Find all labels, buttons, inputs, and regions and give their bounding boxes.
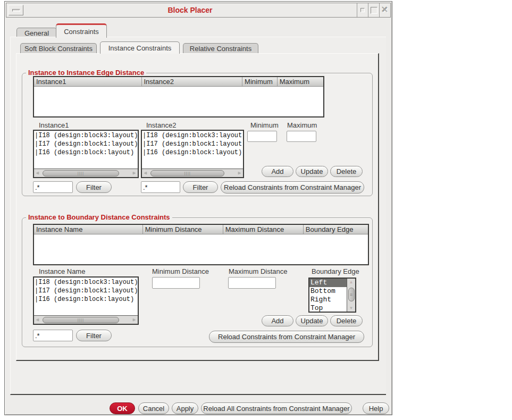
list-item[interactable]: |I17 (design:block1:layout) (35, 140, 138, 148)
list-item[interactable]: Top (309, 304, 347, 312)
list-item[interactable]: |I16 (design:block:layout) (35, 148, 138, 157)
window-menu-icon (12, 9, 20, 12)
minimum-field[interactable] (247, 131, 277, 142)
close-button[interactable]: ✕ (379, 3, 390, 17)
instance1-label: Instance1 (39, 121, 69, 129)
scroll-grip-icon: |||| (78, 171, 84, 175)
edge-reload-constraints-button[interactable]: Reload Constraints from Constraint Manag… (221, 181, 364, 194)
instance-name-list-items: |I18 (design:block3:layout)|I17 (design:… (34, 278, 138, 315)
instance-name-filter-button[interactable]: Filter (76, 330, 112, 341)
maximize-icon (371, 7, 377, 14)
instance2-filter-field[interactable] (141, 181, 180, 193)
edge-update-button[interactable]: Update (296, 166, 328, 177)
constraints-tab-panel: Soft Block Constraints Instance Constrai… (10, 37, 386, 395)
boundary-edge-label: Boundary Edge (312, 267, 359, 275)
boundary-constraints-table: Instance Name Minimum Distance Maximum D… (33, 224, 369, 265)
maximum-distance-field[interactable] (228, 277, 276, 289)
list-item[interactable]: |I18 (design:block3:layout) (35, 131, 138, 140)
ok-button[interactable]: OK (110, 402, 135, 414)
list-item[interactable]: |I17 (design:block1:layout) (35, 287, 138, 295)
instance2-hscroll-thumb[interactable]: |||| (150, 170, 224, 177)
scroll-grip-icon: |||| (78, 318, 84, 322)
cancel-button[interactable]: Cancel (138, 402, 169, 414)
subtab-instance-constraints[interactable]: Instance Constraints (100, 41, 180, 54)
scroll-down-icon[interactable]: ▼ (349, 305, 354, 312)
scroll-up-icon[interactable]: ▲ (349, 279, 354, 285)
list-item[interactable]: Bottom (309, 287, 347, 296)
edge-table-header-minimum[interactable]: Minimum (242, 77, 278, 86)
boundary-edge-vscroll-thumb[interactable]: ≡ (348, 288, 355, 301)
subtab-soft-block-constraints[interactable]: Soft Block Constraints (20, 43, 97, 54)
reload-all-constraints-button[interactable]: Reload All Constraints from Constraint M… (201, 402, 352, 414)
boundary-reload-constraints-button[interactable]: Reload Constraints from Constraint Manag… (209, 331, 364, 343)
apply-button[interactable]: Apply (172, 402, 198, 414)
instance1-hscrollbar[interactable]: ◄ |||| ► (34, 169, 138, 177)
list-item[interactable]: Right (309, 296, 347, 304)
list-item[interactable]: |I18 (design:block3:layout) (35, 278, 138, 287)
scroll-left-icon[interactable]: ◄ (142, 169, 149, 178)
boundary-edge-vscrollbar[interactable]: ▲ ≡ ▼ (347, 279, 355, 312)
edge-delete-button[interactable]: Delete (330, 166, 363, 177)
instance2-listbox[interactable]: |I18 (design:block3:layout)|I17 (design:… (141, 130, 244, 178)
window-controls: ✕ (357, 3, 390, 17)
boundary-table-header-min-distance[interactable]: Minimum Distance (143, 225, 223, 234)
scroll-grip-icon: ≡ (350, 292, 352, 297)
maximum-field[interactable] (287, 131, 316, 142)
instance2-hscrollbar[interactable]: ◄ |||| ► (142, 169, 243, 177)
edge-table-header-instance2[interactable]: Instance2 (142, 77, 243, 86)
edge-table-header-instance1[interactable]: Instance1 (34, 77, 142, 86)
scroll-left-icon[interactable]: ◄ (34, 169, 41, 178)
boundary-table-header-max-distance[interactable]: Maximum Distance (223, 225, 304, 234)
instance1-hscroll-thumb[interactable]: |||| (43, 170, 119, 177)
instance1-hscroll-track[interactable]: |||| (41, 170, 130, 177)
scroll-right-icon[interactable]: ► (236, 169, 243, 178)
boundary-delete-button[interactable]: Delete (330, 315, 363, 326)
list-item[interactable]: |I17 (design:block1:layout) (142, 140, 243, 148)
instance1-filter-button[interactable]: Filter (76, 181, 112, 193)
boundary-table-header-instance-name[interactable]: Instance Name (34, 225, 143, 234)
window-menu-button[interactable] (9, 5, 23, 15)
list-item[interactable]: Left (309, 279, 347, 287)
tab-constraints[interactable]: Constraints (56, 23, 107, 38)
boundary-table-header-boundary-edge[interactable]: Boundary Edge (304, 225, 368, 234)
minimum-distance-field[interactable] (152, 277, 200, 289)
instance2-hscroll-track[interactable]: |||| (149, 170, 236, 177)
instance2-filter-button[interactable]: Filter (183, 181, 218, 193)
edge-table-header-maximum[interactable]: Maximum (278, 77, 323, 86)
edge-constraints-table: Instance1 Instance2 Minimum Maximum (33, 76, 324, 117)
scroll-left-icon[interactable]: ◄ (34, 316, 41, 324)
subtab-relative-constraints[interactable]: Relative Constraints (183, 43, 258, 54)
list-item[interactable]: |I18 (design:block3:layout) (142, 131, 243, 140)
list-item[interactable]: |I16 (design:block:layout) (142, 148, 243, 157)
instance-constraints-panel: Instance to Instance Edge Distance Insta… (16, 53, 379, 361)
title-bar[interactable]: Block Placer ✕ (6, 3, 391, 18)
instance-name-listbox[interactable]: |I18 (design:block3:layout)|I17 (design:… (33, 276, 139, 325)
scroll-right-icon[interactable]: ► (131, 316, 138, 324)
instance-name-hscrollbar[interactable]: ◄ |||| ► (34, 315, 138, 324)
screen: Block Placer ✕ General Constraints Soft … (0, 0, 512, 420)
boundary-edge-listbox[interactable]: LeftBottomRightTop ▲ ≡ ▼ (308, 278, 356, 313)
boundary-edge-vscroll-track[interactable]: ≡ (348, 285, 355, 305)
window-title: Block Placer (23, 6, 357, 14)
boundary-add-button[interactable]: Add (262, 315, 293, 326)
minimize-button[interactable] (357, 3, 368, 17)
edge-table-header-row: Instance1 Instance2 Minimum Maximum (34, 77, 323, 87)
instance2-label: Instance2 (146, 121, 176, 129)
edge-add-button[interactable]: Add (262, 166, 293, 177)
instance1-filter-field[interactable] (33, 181, 73, 193)
instance1-listbox[interactable]: |I18 (design:block3:layout)|I17 (design:… (33, 130, 139, 178)
maximize-button[interactable] (368, 3, 379, 17)
list-item[interactable]: |I16 (design:block:layout) (35, 295, 138, 304)
minimum-label: Minimum (250, 121, 279, 129)
instance1-list-items: |I18 (design:block3:layout)|I17 (design:… (34, 131, 138, 169)
instance-name-hscroll-track[interactable]: |||| (41, 317, 130, 323)
minimize-icon (360, 8, 365, 12)
maximum-distance-label: Maximum Distance (229, 267, 288, 275)
instance-name-filter-field[interactable] (33, 330, 73, 341)
boundary-update-button[interactable]: Update (296, 315, 328, 326)
help-button[interactable]: Help (363, 402, 389, 414)
close-icon: ✕ (381, 6, 388, 14)
instance-name-hscroll-thumb[interactable]: |||| (43, 317, 119, 323)
scroll-right-icon[interactable]: ► (131, 169, 138, 178)
scroll-grip-icon: |||| (184, 171, 191, 175)
